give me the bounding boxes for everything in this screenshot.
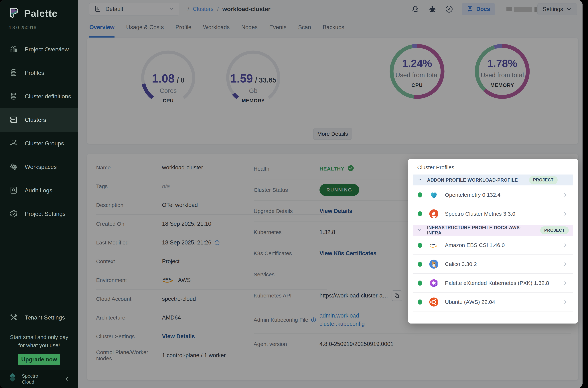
profile-layer-name: Palette eXtended Kubernetes (PXK) 1.32.8 xyxy=(445,280,549,286)
spectro-cloud-logo-icon xyxy=(7,373,18,385)
profile-section-title: ADDON PROFILE WORKLOAD-PROFILE xyxy=(427,177,518,183)
cluster-profiles-panel: Cluster Profiles ADDON PROFILE WORKLOAD-… xyxy=(408,159,578,323)
gear-icon xyxy=(9,210,18,218)
panel-title: Cluster Profiles xyxy=(408,159,578,170)
profile-layer-name: Spectro Cluster Metrics 3.3.0 xyxy=(445,211,515,217)
sidebar-item-label: Audit Logs xyxy=(25,187,52,194)
sidebar-item-label: Tenant Settings xyxy=(25,314,65,321)
aws-icon: aws xyxy=(429,240,439,250)
sidebar-nav: Project OverviewProfilesCluster definiti… xyxy=(0,38,78,226)
sidebar-item-label: Cluster Groups xyxy=(25,140,64,147)
upgrade-promo-text: Start small and only pay for what you us… xyxy=(0,333,78,349)
sidebar-item-label: Clusters xyxy=(25,117,46,123)
project-scope-badge: PROJECT xyxy=(529,176,558,184)
profile-section-addon-profile-workload-profile[interactable]: ADDON PROFILE WORKLOAD-PROFILEPROJECT xyxy=(413,174,573,185)
sidebar-item-label: Profiles xyxy=(25,70,44,76)
sidebar-item-profiles[interactable]: Profiles xyxy=(0,61,78,85)
prometheus-icon xyxy=(429,209,439,219)
profile-section-title: INFRASTRUCTURE PROFILE DOCS-AWS-INFRA xyxy=(427,225,529,236)
status-dot-icon xyxy=(418,281,422,286)
sidebar-item-label: Project Overview xyxy=(25,46,69,53)
profile-layer-name: Calico 3.30.2 xyxy=(445,261,477,267)
profile-layer-spectro-cluster-metrics-3-3-0[interactable]: Spectro Cluster Metrics 3.3.0 xyxy=(413,204,573,223)
chevron-right-icon xyxy=(563,192,568,198)
brand-name: Palette xyxy=(24,8,58,19)
sidebar-footer: Spectro Cloud xyxy=(0,370,78,388)
sidebar-item-project-overview[interactable]: Project Overview xyxy=(0,38,78,61)
sidebar-item-project-settings[interactable]: Project Settings xyxy=(0,202,78,226)
opentelemetry-icon xyxy=(429,190,439,200)
app-version: 4.8.0-250916 xyxy=(0,19,78,30)
profile-layer-amazon-ebs-csi-1-46-0[interactable]: awsAmazon EBS CSI 1.46.0 xyxy=(413,236,573,255)
footer-brand: Spectro Cloud xyxy=(22,373,38,385)
profile-section-infrastructure-profile-docs-aws-infra[interactable]: INFRASTRUCTURE PROFILE DOCS-AWS-INFRAPRO… xyxy=(413,225,573,236)
orbit-icon xyxy=(9,163,18,171)
chevron-right-icon xyxy=(563,261,568,267)
chevron-right-icon xyxy=(563,211,568,217)
profile-layer-name: Opentelemetry 0.132.4 xyxy=(445,192,500,198)
status-dot-icon xyxy=(418,192,422,197)
profile-layer-calico-3-30-2[interactable]: Calico 3.30.2 xyxy=(413,255,573,274)
profile-layer-opentelemetry-0-132-4[interactable]: Opentelemetry 0.132.4 xyxy=(413,185,573,204)
profile-layer-name: Amazon EBS CSI 1.46.0 xyxy=(445,242,505,248)
stack-icon xyxy=(9,69,18,78)
servers-icon xyxy=(9,116,18,125)
collapse-sidebar-button[interactable] xyxy=(64,376,70,383)
chart-bars-icon xyxy=(9,45,18,54)
status-dot-icon xyxy=(418,262,422,267)
svg-text:aws: aws xyxy=(430,243,436,246)
chevron-down-icon xyxy=(417,177,422,183)
status-dot-icon xyxy=(418,211,422,217)
profile-layer-palette-extended-kubernetes-pxk-1-32-8[interactable]: Palette eXtended Kubernetes (PXK) 1.32.8 xyxy=(413,274,573,292)
network-icon xyxy=(9,139,18,148)
project-scope-badge: PROJECT xyxy=(540,226,569,234)
profile-layer-name: Ubuntu (AWS) 22.04 xyxy=(445,299,495,305)
sidebar-item-label: Workspaces xyxy=(25,164,57,170)
chevron-right-icon xyxy=(563,299,568,305)
sidebar-item-cluster-definitions[interactable]: Cluster definitions xyxy=(0,85,78,108)
calico-icon xyxy=(429,259,439,269)
status-dot-icon xyxy=(418,299,422,305)
tools-icon xyxy=(9,313,18,322)
sidebar-item-label: Project Settings xyxy=(25,211,66,217)
chevron-right-icon xyxy=(563,242,568,248)
sidebar-item-audit-logs[interactable]: Audit Logs xyxy=(0,179,78,202)
brand: Palette xyxy=(0,0,78,19)
profile-layer-ubuntu-aws-22-04[interactable]: Ubuntu (AWS) 22.04 xyxy=(413,292,573,312)
stack-icon xyxy=(9,92,18,101)
sidebar-item-cluster-groups[interactable]: Cluster Groups xyxy=(0,132,78,155)
sidebar: Palette 4.8.0-250916 Project OverviewPro… xyxy=(0,0,78,388)
chevron-down-icon xyxy=(417,227,422,233)
audit-icon xyxy=(9,186,18,195)
ubuntu-icon xyxy=(429,297,439,307)
sidebar-item-workspaces[interactable]: Workspaces xyxy=(0,155,78,179)
chevron-right-icon xyxy=(563,280,568,286)
sidebar-item-label: Cluster definitions xyxy=(25,93,71,100)
palette-logo-icon xyxy=(8,7,19,19)
pxk-icon xyxy=(429,278,439,288)
status-dot-icon xyxy=(418,243,422,248)
app-window: Palette 4.8.0-250916 Project OverviewPro… xyxy=(0,0,583,388)
upgrade-now-button[interactable]: Upgrade now xyxy=(18,354,60,365)
sidebar-item-tenant-settings[interactable]: Tenant Settings xyxy=(0,306,78,329)
sidebar-item-clusters[interactable]: Clusters xyxy=(0,108,78,132)
